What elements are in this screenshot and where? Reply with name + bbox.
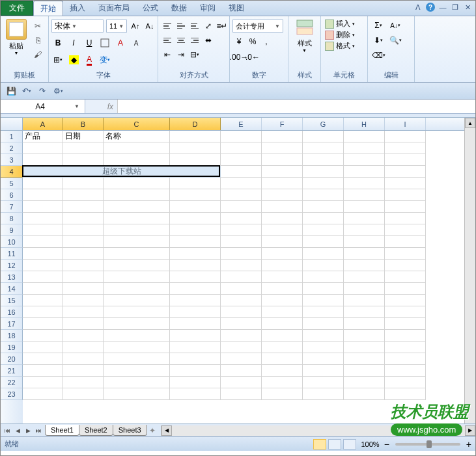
cell-G1[interactable] bbox=[303, 131, 344, 142]
cell-I16[interactable] bbox=[385, 306, 426, 318]
new-sheet-icon[interactable]: ✦ bbox=[149, 426, 156, 435]
cell-D3[interactable] bbox=[170, 154, 221, 166]
cell-C22[interactable] bbox=[104, 377, 170, 388]
cell-B6[interactable] bbox=[63, 189, 104, 201]
cell-A15[interactable] bbox=[23, 295, 63, 306]
row-header-18[interactable]: 18 bbox=[1, 330, 23, 342]
cell-H17[interactable] bbox=[344, 318, 385, 330]
cell-E1[interactable] bbox=[221, 131, 262, 142]
cell-G17[interactable] bbox=[303, 318, 344, 330]
zoom-thumb[interactable] bbox=[427, 440, 432, 448]
clear-icon[interactable]: ⌫▾ bbox=[372, 49, 385, 62]
cell-F5[interactable] bbox=[262, 178, 303, 189]
merge-center-button[interactable]: ⊟▾ bbox=[188, 48, 201, 61]
cell-I23[interactable] bbox=[385, 388, 426, 400]
increase-decimal-icon[interactable]: .00→ bbox=[232, 51, 245, 64]
cell-A23[interactable] bbox=[23, 388, 63, 400]
row-header-4[interactable]: 4 bbox=[1, 166, 23, 178]
italic-button[interactable]: I bbox=[67, 36, 80, 49]
view-page-break-icon[interactable] bbox=[343, 439, 356, 449]
cell-G10[interactable] bbox=[303, 236, 344, 248]
cell-F2[interactable] bbox=[262, 142, 303, 154]
cell-H15[interactable] bbox=[344, 295, 385, 306]
sheet-nav-next-icon[interactable]: ▶ bbox=[23, 425, 33, 436]
sheet-nav-first-icon[interactable]: ⏮ bbox=[2, 425, 12, 436]
cell-A6[interactable] bbox=[23, 189, 63, 201]
name-box-arrow-icon[interactable]: ▼ bbox=[74, 103, 79, 109]
cell-B10[interactable] bbox=[63, 236, 104, 248]
cell-I21[interactable] bbox=[385, 365, 426, 377]
cell-C21[interactable] bbox=[104, 365, 170, 377]
formula-input[interactable] bbox=[118, 100, 475, 113]
cell-H10[interactable] bbox=[344, 236, 385, 248]
cell-A3[interactable] bbox=[23, 154, 63, 166]
cell-A19[interactable] bbox=[23, 342, 63, 353]
close-icon[interactable]: ✕ bbox=[462, 2, 473, 12]
cell-C11[interactable] bbox=[104, 248, 170, 260]
cell-E18[interactable] bbox=[221, 330, 262, 342]
shrink-font-icon[interactable]: A↓ bbox=[144, 20, 156, 32]
cell-I13[interactable] bbox=[385, 271, 426, 283]
cell-I20[interactable] bbox=[385, 353, 426, 365]
align-bottom-icon[interactable] bbox=[188, 20, 201, 33]
cell-C23[interactable] bbox=[104, 388, 170, 400]
row-header-21[interactable]: 21 bbox=[1, 365, 23, 377]
cell-F17[interactable] bbox=[262, 318, 303, 330]
cell-I12[interactable] bbox=[385, 260, 426, 271]
cell-A7[interactable] bbox=[23, 201, 63, 213]
tab-data[interactable]: 数据 bbox=[165, 1, 193, 16]
col-header-E[interactable]: E bbox=[221, 118, 262, 130]
zoom-level[interactable]: 100% bbox=[361, 440, 379, 448]
cell-E7[interactable] bbox=[221, 201, 262, 213]
cell-B5[interactable] bbox=[63, 178, 104, 189]
cell-D15[interactable] bbox=[170, 295, 221, 306]
cell-G14[interactable] bbox=[303, 283, 344, 295]
cell-C15[interactable] bbox=[104, 295, 170, 306]
col-header-F[interactable]: F bbox=[262, 118, 303, 130]
cell-A2[interactable] bbox=[23, 142, 63, 154]
cell-C16[interactable] bbox=[104, 306, 170, 318]
cell-B2[interactable] bbox=[63, 142, 104, 154]
scroll-right-icon[interactable]: ▶ bbox=[465, 425, 475, 436]
ribbon-minimize-icon[interactable]: ᐱ bbox=[413, 2, 423, 12]
font-color-button[interactable]: A bbox=[83, 53, 96, 66]
name-box[interactable]: A4 ▼ bbox=[1, 100, 85, 113]
cell-B12[interactable] bbox=[63, 260, 104, 271]
cell-C17[interactable] bbox=[104, 318, 170, 330]
restore-icon[interactable]: ❐ bbox=[450, 2, 460, 12]
cell-B13[interactable] bbox=[63, 271, 104, 283]
scroll-up-icon[interactable]: ▲ bbox=[465, 118, 475, 128]
styles-button[interactable]: 样式 ▼ bbox=[291, 18, 318, 54]
sheet-tab-3[interactable]: Sheet3 bbox=[113, 425, 147, 436]
cell-E10[interactable] bbox=[221, 236, 262, 248]
col-header-H[interactable]: H bbox=[344, 118, 385, 130]
col-header-A[interactable]: A bbox=[23, 118, 63, 130]
row-header-23[interactable]: 23 bbox=[1, 388, 23, 400]
row-header-13[interactable]: 13 bbox=[1, 271, 23, 283]
cell-A16[interactable] bbox=[23, 306, 63, 318]
row-header-10[interactable]: 10 bbox=[1, 236, 23, 248]
cell-D20[interactable] bbox=[170, 353, 221, 365]
tab-insert[interactable]: 插入 bbox=[63, 1, 92, 16]
cell-D8[interactable] bbox=[170, 213, 221, 224]
cell-C5[interactable] bbox=[104, 178, 170, 189]
tab-review[interactable]: 审阅 bbox=[193, 1, 222, 16]
row-header-5[interactable]: 5 bbox=[1, 178, 23, 189]
phonetic-button[interactable]: 变▾ bbox=[98, 53, 111, 66]
cell-A4-merged[interactable]: 超级下载站 bbox=[23, 166, 221, 178]
col-header-C[interactable]: C bbox=[104, 118, 170, 130]
cell-H13[interactable] bbox=[344, 271, 385, 283]
cell-B3[interactable] bbox=[63, 154, 104, 166]
decrease-indent-icon[interactable]: ⇤ bbox=[161, 48, 174, 61]
qat-customize-icon[interactable]: ⚙▾ bbox=[51, 85, 64, 98]
cell-I11[interactable] bbox=[385, 248, 426, 260]
cell-A14[interactable] bbox=[23, 283, 63, 295]
fill-icon[interactable]: ⬇▾ bbox=[372, 34, 385, 47]
cell-F9[interactable] bbox=[262, 224, 303, 236]
cell-B22[interactable] bbox=[63, 377, 104, 388]
cell-G8[interactable] bbox=[303, 213, 344, 224]
align-right-icon[interactable] bbox=[188, 34, 201, 47]
copy-icon[interactable]: ⎘ bbox=[32, 34, 44, 46]
cell-C7[interactable] bbox=[104, 201, 170, 213]
cell-I15[interactable] bbox=[385, 295, 426, 306]
